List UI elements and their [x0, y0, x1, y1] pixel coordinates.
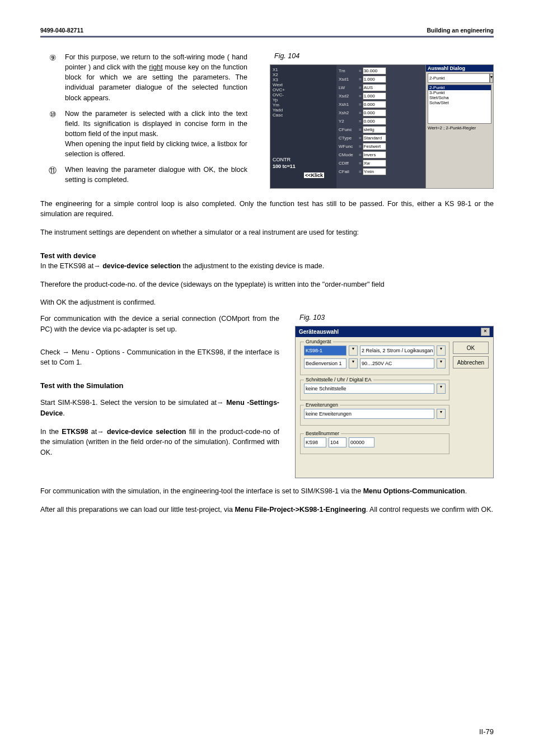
chevron-down-icon[interactable]: ▾	[437, 409, 446, 419]
fig104-left-label: Casc	[273, 113, 334, 118]
step-11-text: When leaving the parameter dialogue with…	[65, 165, 247, 185]
fig104-param-row: Xsh1=	[339, 101, 386, 108]
fig103-sel-interface[interactable]	[304, 384, 434, 394]
t2-line1: Start SIM-KS98-1. Select the version to …	[40, 398, 279, 419]
chevron-down-icon[interactable]: ▾	[349, 346, 358, 356]
chevron-down-icon[interactable]: ▾	[437, 346, 446, 356]
fig104-contr: CONTR	[273, 157, 291, 162]
heading-test-device: Test with device	[40, 251, 494, 260]
fig103-sel-volt[interactable]	[360, 358, 434, 368]
chevron-down-icon[interactable]: ▾	[349, 358, 358, 368]
fig103-order-a[interactable]	[304, 437, 326, 447]
fig104-param-input[interactable]	[363, 134, 386, 142]
fig104-param-input[interactable]	[363, 109, 386, 116]
fig104-left-label: X3	[273, 77, 334, 82]
fig103-group-grundgeraet: Grundgerät ▾ ▾ ▾ ▾	[300, 342, 449, 375]
fig104-param-row: WFunc=	[339, 143, 386, 150]
fig103-group-bestellnummer: Bestellnummer	[300, 433, 449, 454]
fig103-order-b[interactable]	[329, 437, 346, 447]
step-10-num: ⑩	[40, 109, 65, 160]
fig103-title: Geräteauswahl	[299, 329, 339, 335]
header-rule	[40, 36, 494, 38]
fig104-left-label: X2	[273, 72, 334, 77]
t1-line3: With OK the adjustment is confirmed.	[40, 297, 494, 308]
fig104-left-label: Wext	[273, 82, 334, 87]
fig103-sel-ext[interactable]	[304, 409, 434, 419]
fig104-dialog-title: Auswahl Dialog	[426, 65, 493, 72]
ok-button[interactable]: OK	[453, 342, 489, 354]
fig104-caption: Fig. 104	[274, 52, 494, 60]
fig104-param-input[interactable]	[363, 168, 386, 175]
header-left: 9499-040-82711	[40, 27, 83, 34]
fig103-dialog: Geräteauswahl × Grundgerät ▾ ▾	[295, 326, 494, 478]
t2-line4: After all this preparations we can load …	[40, 505, 494, 515]
para-instrument-settings: The instrument settings are dependent on…	[40, 227, 494, 238]
fig103-sel-relais[interactable]	[360, 346, 434, 356]
fig104-status: Wert=2 ; 2-Punkt-Regler	[428, 125, 491, 130]
fig104-param-row: Tm=	[339, 67, 386, 74]
fig104-param-row: LW=	[339, 84, 386, 91]
t1-line5: Check → Menu - Options - Communication i…	[40, 347, 279, 368]
fig104-param-input[interactable]	[363, 126, 386, 133]
step-9-text: For this purpose, we return to the soft-…	[65, 52, 247, 103]
page-number: II-79	[479, 727, 494, 736]
fig104-param-row: Xsd1=	[339, 76, 386, 83]
fig104-klick-label: <<Klick	[304, 172, 324, 178]
step-11-num: ⑪	[40, 165, 65, 185]
fig104-param-input[interactable]	[363, 118, 386, 125]
fig104-left-label: X1	[273, 67, 334, 72]
fig104-list-item[interactable]: 2-Punkt	[428, 85, 491, 90]
header-right: Building an engineering	[427, 27, 494, 34]
fig104-left-label: Yadd	[273, 108, 334, 113]
step-10-text: Now the parameter is selected with a cli…	[65, 109, 247, 160]
fig103-sel-device[interactable]	[304, 346, 346, 356]
chevron-down-icon[interactable]: ▾	[490, 73, 493, 83]
chevron-down-icon[interactable]: ▾	[437, 358, 446, 368]
close-icon[interactable]: ×	[481, 328, 490, 336]
t2-line3: For communication with the simulation, i…	[40, 486, 494, 497]
fig104-param-row: Xsh2=	[339, 109, 386, 116]
fig104-list-item[interactable]: Stet/Scha	[428, 95, 491, 100]
fig104-param-input[interactable]	[363, 151, 386, 158]
fig104-param-input[interactable]	[363, 67, 386, 74]
fig103-group-schnittstelle: Schnittstelle / Uhr / Digital EA ▾	[300, 380, 449, 400]
fig104-param-row: CDiff=	[339, 160, 386, 167]
fig104-param-input[interactable]	[363, 160, 386, 167]
fig104-param-row: CFail=	[339, 168, 386, 175]
fig104-left-label: Ym	[273, 102, 334, 108]
t1-line2: Therefore the product-code-no. of the de…	[40, 279, 494, 290]
fig104-param-input[interactable]	[363, 143, 386, 150]
heading-test-sim: Test with the Simulation	[40, 381, 279, 390]
fig104-listbox[interactable]: 2-Punkt3-PunktStet/SchaScha/Stet	[428, 85, 491, 124]
fig104-dropdown[interactable]	[428, 73, 490, 83]
fig104-param-row: Y2=	[339, 118, 386, 125]
fig104-param-input[interactable]	[363, 101, 386, 108]
fig103-group-erweiterungen: Erweiterungen ▾	[300, 405, 449, 426]
fig103-sel-bedien[interactable]	[304, 358, 346, 368]
fig104-param-row: CFunc=	[339, 126, 386, 133]
t2-line2: In the ETKS98 at→ device-device selectio…	[40, 427, 279, 458]
para-eng-complete: The engineering for a simple control loo…	[40, 199, 494, 220]
t1-line4: For communication with the device a seri…	[40, 314, 279, 335]
cancel-button[interactable]: Abbrechen	[453, 356, 489, 368]
fig104-tc: 100 tc=11	[273, 164, 296, 169]
t1-line1: In the ETKS98 at→ device-device selectio…	[40, 261, 494, 272]
fig104-list-item[interactable]: 3-Punkt	[428, 90, 491, 95]
chevron-down-icon[interactable]: ▾	[437, 384, 446, 394]
fig104-param-row: CType=	[339, 134, 386, 142]
fig104-list-item[interactable]: Scha/Stet	[428, 100, 491, 105]
step-9-underlined: right	[149, 63, 162, 71]
fig104-image: X1X2X3WextOVC+OVC-YpYmYaddCasc Tm=Xsd1=L…	[270, 64, 494, 189]
fig103-order-c[interactable]	[349, 437, 374, 447]
fig104-left-label: OVC+	[273, 87, 334, 92]
fig104-left-label: OVC-	[273, 92, 334, 97]
fig104-param-row: Xsd2=	[339, 92, 386, 100]
fig104-param-input[interactable]	[363, 76, 386, 83]
fig104-param-row: CMode=	[339, 151, 386, 158]
fig104-param-input[interactable]	[363, 92, 386, 100]
step-9-num: ⑨	[40, 52, 65, 103]
fig103-caption: Fig. 103	[299, 314, 494, 321]
fig104-param-input[interactable]	[363, 84, 386, 91]
fig104-left-label: Yp	[273, 97, 334, 102]
